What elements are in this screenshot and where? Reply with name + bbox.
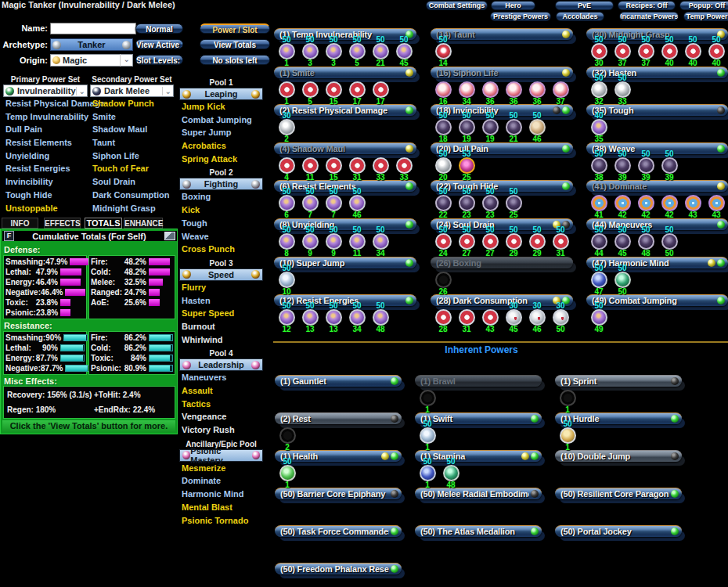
enhancement-slot[interactable]: 5048 [634, 227, 658, 257]
enhancement-slot[interactable]: 507 [298, 189, 322, 219]
enhancement-slot[interactable]: 501 [556, 421, 579, 452]
tab-effects[interactable]: EFFECTS [44, 218, 81, 229]
power-list-item[interactable]: Dull Pain [3, 123, 88, 136]
enhancement-slot[interactable]: 36 [525, 75, 549, 106]
enhancement-slot[interactable]: 1 [416, 384, 439, 414]
enhancement-slot[interactable]: 5029 [525, 227, 549, 257]
power-list-item[interactable]: Boxing [179, 190, 263, 203]
enhancement-slot[interactable]: 5025 [502, 189, 525, 219]
enhancement-slot[interactable]: 5040 [681, 37, 705, 67]
enhancement-slot[interactable]: 5037 [611, 37, 634, 67]
enhancement-slot[interactable]: 5039 [658, 151, 681, 182]
power-list-item[interactable]: Cross Punch [179, 243, 263, 256]
power-list-item[interactable]: Harmonic Mind [179, 488, 263, 501]
power-list-item[interactable]: Flurry [179, 281, 263, 294]
power-list-item[interactable]: Mental Blast [179, 501, 263, 514]
power-pill[interactable]: (1) Gauntlet [275, 375, 402, 387]
enhancement-slot[interactable]: 5024 [431, 227, 455, 257]
power-slot-button[interactable]: Power / Slot [200, 23, 270, 34]
enhancement-slot[interactable]: 5050 [611, 265, 634, 296]
top-button-hero[interactable]: Hero [491, 1, 535, 10]
power-pill[interactable]: (10) Double Jump [555, 450, 682, 462]
power-list-item[interactable]: Vengeance [179, 410, 263, 423]
power-list-item[interactable]: Shadow Maul [90, 123, 174, 136]
top-button-incarnate-powers[interactable]: Incarnate Powers [619, 12, 679, 21]
enhancement-slot[interactable]: 5021 [369, 37, 392, 67]
power-pill[interactable]: (50) Barrier Core Epiphany [275, 488, 402, 499]
enhancement-slot[interactable]: 5014 [431, 37, 455, 67]
tab-info[interactable]: INFO [2, 218, 38, 229]
enhancement-slot[interactable]: 506 [275, 189, 298, 219]
power-list-item[interactable]: Hasten [179, 294, 263, 308]
powerset-dropdown[interactable]: Fighting [179, 178, 263, 190]
enhancement-slot[interactable]: 5047 [587, 265, 611, 296]
power-pill[interactable]: (50) Portal Jockey [555, 525, 682, 537]
enhancement-slot[interactable]: 5325 [455, 151, 478, 182]
enhancement-slot[interactable]: 5027 [478, 227, 502, 257]
enhancement-slot[interactable]: 503 [298, 37, 322, 67]
enhancement-slot[interactable]: 5048 [369, 303, 392, 333]
enhancement-slot[interactable]: 501 [416, 459, 439, 489]
power-pill[interactable]: (50) Freedom Phalanx Reserve [275, 563, 402, 574]
enhancement-slot[interactable]: 5038 [587, 151, 611, 182]
slots-left-indicator[interactable]: No slots left [200, 55, 270, 65]
power-list-item[interactable]: Weave [179, 230, 263, 243]
enhancement-slot[interactable]: 43 [478, 303, 502, 333]
view-active-sets-button[interactable]: View Active Sets [135, 39, 183, 49]
enhancement-slot[interactable]: 5012 [275, 303, 298, 333]
enhancement-slot[interactable]: 3046 [525, 303, 549, 333]
enhancement-slot[interactable]: 5040 [658, 37, 681, 67]
power-list-item[interactable]: Assault [179, 384, 263, 398]
power-list-item[interactable]: Unyielding [3, 149, 88, 163]
powerset-dropdown[interactable]: Leaping [179, 88, 263, 100]
enhancement-slot[interactable]: 1 [556, 384, 579, 414]
enhancement-slot[interactable]: 5037 [634, 37, 658, 67]
enhancement-slot[interactable]: 5049 [587, 303, 611, 333]
view-totals-button[interactable]: View Totals [200, 39, 270, 49]
power-list-item[interactable]: Maneuvers [179, 371, 263, 384]
enhancement-slot[interactable]: 509 [322, 227, 345, 257]
enhancement-slot[interactable]: 5029 [502, 227, 525, 257]
power-list-item[interactable]: Kick [179, 203, 263, 217]
enhancement-slot[interactable]: 5021 [502, 113, 525, 143]
enhancement-slot[interactable]: 15 [322, 151, 345, 182]
enhancement-slot[interactable]: 1 [275, 75, 298, 106]
enhancement-slot[interactable]: 5019 [478, 113, 502, 143]
enhancement-slot[interactable]: 5034 [345, 303, 369, 333]
enhancement-slot[interactable]: 5032 [587, 75, 611, 106]
enhancement-slot[interactable]: 5045 [392, 37, 416, 67]
enhancement-slot[interactable]: 5030 [587, 37, 611, 67]
enhancement-slot[interactable]: 5044 [587, 227, 611, 257]
power-list-item[interactable]: Resist Physical Damage [3, 97, 88, 110]
power-list-item[interactable]: Burnout [179, 320, 263, 333]
power-list-item[interactable]: Dark Consumption [90, 189, 174, 202]
enhancement-slot[interactable]: 34 [455, 75, 478, 106]
enhancement-slot[interactable]: 11 [298, 151, 322, 182]
enhancement-slot[interactable]: 501 [275, 37, 298, 67]
enhancement-slot[interactable]: 509 [298, 227, 322, 257]
power-list-item[interactable]: Acrobatics [179, 139, 263, 153]
top-button-popup-off[interactable]: Popup: Off [679, 1, 728, 10]
name-input[interactable] [50, 23, 136, 34]
top-button-prestige-powers[interactable]: Prestige Powers [490, 12, 551, 21]
enhancement-slot[interactable]: 5011 [345, 227, 369, 257]
enhancement-slot[interactable]: 5027 [455, 227, 478, 257]
enhancement-slot[interactable]: 5039 [611, 151, 634, 182]
enhancement-slot[interactable]: 5040 [705, 37, 728, 67]
enhancement-slot[interactable]: 5031 [549, 227, 572, 257]
origin-dropdown[interactable]: Magic ⌄ [50, 54, 133, 67]
power-list-item[interactable]: Taunt [90, 136, 174, 149]
enhancement-slot[interactable]: 36 [502, 75, 525, 106]
power-list-item[interactable]: Whirlwind [179, 333, 263, 347]
enhancement-slot[interactable]: 302 [275, 113, 298, 143]
power-list-item[interactable]: Resist Energies [3, 162, 88, 175]
enhancement-slot[interactable]: 505 [345, 37, 369, 67]
enhancement-slot[interactable]: 3050 [549, 303, 572, 333]
powerset-dropdown[interactable]: Invulnerability⌄ [3, 85, 88, 97]
archetype-dropdown[interactable]: Tanker [50, 38, 133, 51]
power-list-item[interactable]: Unstoppable [3, 202, 88, 215]
enhancement-slot[interactable]: 42 [634, 189, 658, 219]
power-list-item[interactable]: Combat Jumping [179, 113, 263, 127]
enhancement-slot[interactable]: 5039 [634, 151, 658, 182]
power-list-item[interactable]: Super Jump [179, 126, 263, 139]
